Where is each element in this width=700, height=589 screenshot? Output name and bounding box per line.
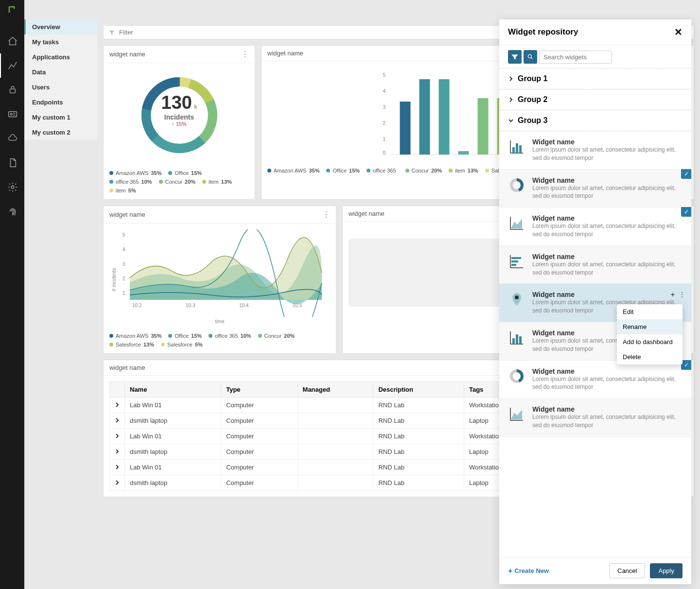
table-cell: Computer bbox=[221, 460, 298, 475]
donut-delta: ↑ 15% bbox=[161, 121, 197, 127]
table-cell: RND Lab bbox=[373, 460, 464, 475]
widget-item[interactable]: Widget nameLorem ipsum dolor sit amet, c… bbox=[499, 246, 691, 284]
sidebar-item-custom1[interactable]: My custom 1 bbox=[24, 110, 97, 125]
svg-rect-49 bbox=[511, 257, 521, 259]
table-cell: RND Lab bbox=[373, 398, 464, 413]
svg-rect-20 bbox=[458, 151, 469, 155]
area-chart: 54321 10.210.310.410.5 bbox=[109, 229, 330, 317]
widget-menu-icon[interactable]: ⋮ bbox=[241, 50, 249, 59]
sidebar-item-mytasks[interactable]: My tasks bbox=[24, 35, 97, 50]
table-header[interactable] bbox=[110, 382, 125, 398]
svg-text:5: 5 bbox=[122, 232, 125, 238]
area-legend: Amazon AWS 35%Office 15%office 365 10%Co… bbox=[104, 330, 336, 353]
table-cell bbox=[298, 460, 373, 475]
chevron-right-icon[interactable] bbox=[115, 480, 120, 485]
search-button[interactable] bbox=[524, 50, 537, 64]
chevron-right-icon[interactable] bbox=[115, 433, 120, 438]
table-header[interactable]: Type bbox=[221, 382, 298, 398]
table-cell: Lab Win 01 bbox=[125, 429, 221, 444]
widget-item-selected[interactable]: Widget nameLorem ipsum dolor sit amet, c… bbox=[499, 284, 691, 322]
widget-item[interactable]: ✓ Widget nameLorem ipsum dolor sit amet,… bbox=[499, 361, 691, 399]
widget-title: widget name bbox=[109, 51, 145, 58]
filter-button[interactable] bbox=[508, 50, 522, 64]
check-badge-icon: ✓ bbox=[681, 169, 691, 179]
legend-item: office 365 bbox=[367, 168, 399, 173]
table-cell bbox=[110, 475, 125, 491]
table-header[interactable]: Name bbox=[125, 382, 221, 398]
nav-home-icon[interactable] bbox=[0, 29, 24, 53]
add-icon[interactable]: + bbox=[671, 291, 675, 298]
legend-item: Amazon AWS 35% bbox=[109, 170, 161, 176]
svg-text:10.3: 10.3 bbox=[186, 303, 195, 308]
legend-item: Office 15% bbox=[326, 168, 360, 173]
chevron-right-icon[interactable] bbox=[115, 465, 120, 469]
svg-text:4: 4 bbox=[383, 88, 386, 94]
svg-text:0: 0 bbox=[383, 150, 386, 156]
table-header[interactable]: Description bbox=[373, 382, 464, 398]
table-cell: Computer bbox=[221, 398, 298, 413]
sidebar-item-data[interactable]: Data bbox=[24, 65, 97, 80]
nav-cloud-icon[interactable] bbox=[0, 126, 24, 151]
nav-users-icon[interactable] bbox=[0, 102, 24, 126]
chevron-right-icon[interactable] bbox=[115, 449, 120, 454]
nav-analytics-icon[interactable] bbox=[0, 53, 24, 78]
nav-document-icon[interactable] bbox=[0, 151, 24, 175]
create-new-button[interactable]: + Create New bbox=[508, 567, 549, 575]
widget-item[interactable]: Widget nameLorem ipsum dolor sit amet, c… bbox=[499, 398, 691, 437]
svg-point-3 bbox=[11, 186, 14, 189]
svg-rect-56 bbox=[516, 334, 518, 344]
sidebar-item-users[interactable]: Users bbox=[24, 80, 97, 95]
legend-item: Salesforce 13% bbox=[109, 342, 154, 347]
nav-fingerprint-icon[interactable] bbox=[0, 199, 24, 224]
sidebar-item-endpoints[interactable]: Endpoints bbox=[24, 95, 97, 110]
search-input[interactable] bbox=[539, 51, 612, 64]
sidebar-item-applications[interactable]: Applications bbox=[24, 50, 97, 65]
menu-add-dashboard[interactable]: Add to dashboard bbox=[617, 334, 682, 349]
svg-rect-50 bbox=[511, 260, 518, 262]
svg-text:10.2: 10.2 bbox=[132, 303, 142, 308]
legend-item: item 13% bbox=[449, 168, 478, 173]
nav-security-icon[interactable] bbox=[0, 78, 24, 102]
table-cell bbox=[110, 460, 125, 475]
apply-button[interactable]: Apply bbox=[650, 563, 682, 578]
sidebar-item-overview[interactable]: Overview bbox=[24, 19, 97, 35]
widget-area: widget name ⋮ # incidents 54321 10.210.3… bbox=[103, 206, 336, 354]
widget-item-desc: Lorem ipsum dolor sit amet, consectetur … bbox=[532, 375, 682, 392]
widget-item[interactable]: Widget nameLorem ipsum dolor sit amet, c… bbox=[499, 131, 691, 170]
svg-text:1: 1 bbox=[383, 137, 386, 142]
menu-rename[interactable]: Rename bbox=[617, 319, 682, 334]
table-cell: RND Lab bbox=[373, 429, 464, 444]
legend-item: office 365 10% bbox=[209, 333, 251, 339]
sidebar-item-custom2[interactable]: My custom 2 bbox=[24, 125, 97, 140]
svg-text:2: 2 bbox=[122, 276, 125, 281]
chevron-right-icon[interactable] bbox=[115, 402, 120, 407]
donut-chart-icon bbox=[508, 367, 525, 385]
bar-chart-icon bbox=[508, 329, 525, 346]
widget-item[interactable]: ✓ Widget nameLorem ipsum dolor sit amet,… bbox=[499, 170, 691, 208]
nav-settings-icon[interactable] bbox=[0, 175, 24, 199]
close-icon[interactable]: ✕ bbox=[674, 26, 682, 38]
cancel-button[interactable]: Cancel bbox=[609, 563, 645, 578]
widget-item-name: Widget name bbox=[532, 253, 682, 260]
menu-delete[interactable]: Delete bbox=[617, 349, 682, 364]
panel-title: Widget repository bbox=[508, 27, 578, 37]
svg-rect-42 bbox=[519, 145, 522, 153]
widget-title: widget name bbox=[109, 211, 145, 218]
group-header-2[interactable]: Group 2 bbox=[499, 89, 691, 110]
legend-item: Office 15% bbox=[168, 333, 202, 339]
area-chart-icon bbox=[508, 405, 525, 423]
svg-text:1: 1 bbox=[122, 291, 125, 296]
x-axis-label: time bbox=[109, 319, 330, 324]
menu-edit[interactable]: Edit bbox=[617, 304, 682, 319]
pin-icon bbox=[508, 291, 525, 308]
donut-label: Incidents bbox=[161, 113, 197, 121]
table-header[interactable]: Managed bbox=[298, 382, 373, 398]
kebab-icon[interactable]: ⋮ bbox=[679, 291, 685, 298]
group-header-1[interactable]: Group 1 bbox=[499, 68, 691, 89]
group-header-3[interactable]: Group 3 bbox=[499, 110, 691, 131]
widget-item[interactable]: ✓ Widget nameLorem ipsum dolor sit amet,… bbox=[499, 208, 691, 246]
table-cell bbox=[298, 413, 373, 429]
table-cell: dsmith laptop bbox=[125, 475, 221, 491]
widget-menu-icon[interactable]: ⋮ bbox=[322, 210, 330, 219]
chevron-right-icon[interactable] bbox=[115, 418, 120, 423]
